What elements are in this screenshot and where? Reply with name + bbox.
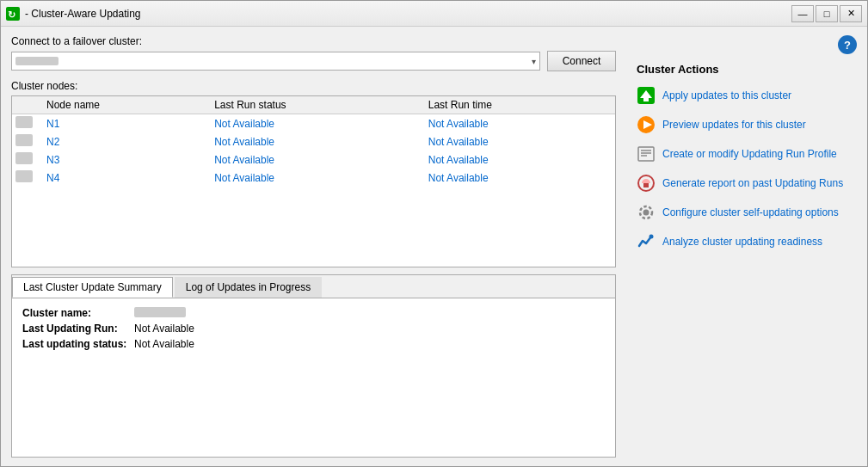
svg-point-12 <box>643 210 649 216</box>
col-node-name: Node name <box>40 96 207 114</box>
minimize-button[interactable]: — <box>791 5 814 22</box>
node-icon-cell <box>12 114 40 133</box>
action-preview-updates[interactable]: Preview updates for this cluster <box>637 115 857 134</box>
bottom-section: Last Cluster Update Summary Log of Updat… <box>11 274 616 458</box>
preview-updates-icon <box>637 115 656 134</box>
generate-report-icon <box>637 174 656 193</box>
action-modify-profile[interactable]: Create or modify Updating Run Profile <box>637 144 857 163</box>
node-last-run-time: Not Available <box>422 151 615 169</box>
node-last-run-status: Not Available <box>207 151 422 169</box>
table-row: N3 Not Available Not Available <box>12 151 615 169</box>
svg-rect-6 <box>638 147 654 161</box>
analyze-icon <box>637 232 656 251</box>
apply-updates-label: Apply updates to this cluster <box>662 89 791 101</box>
connect-button[interactable]: Connect <box>547 51 616 71</box>
node-icon-cell <box>12 169 40 187</box>
tab-content-summary: Cluster name: Last Updating Run: Not Ava… <box>12 298 615 457</box>
node-last-run-time: Not Available <box>422 169 615 187</box>
window-title: - Cluster-Aware Updating <box>25 8 791 20</box>
title-bar: ↻ - Cluster-Aware Updating — □ ✕ <box>1 1 867 27</box>
left-panel: Connect to a failover cluster: Connect C… <box>1 27 626 466</box>
node-icon-cell <box>12 132 40 151</box>
tab-log-of-updates[interactable]: Log of Updates in Progress <box>175 277 322 298</box>
svg-text:↻: ↻ <box>8 9 15 20</box>
last-updating-run-label: Last Updating Run: <box>22 323 134 335</box>
col-last-run-status: Last Run status <box>207 96 422 114</box>
last-updating-status-label: Last updating status: <box>22 338 134 350</box>
col-last-run-time: Last Run time <box>422 96 615 114</box>
dropdown-icon <box>15 57 58 65</box>
table-row: N4 Not Available Not Available <box>12 169 615 187</box>
maximize-button[interactable]: □ <box>816 5 838 22</box>
node-icon <box>15 170 33 182</box>
last-updating-status-value: Not Available <box>134 338 194 350</box>
node-icon <box>15 152 33 164</box>
generate-report-label: Generate report on past Updating Runs <box>662 177 843 189</box>
table-row: N1 Not Available Not Available <box>12 114 615 133</box>
right-panel: ? Cluster Actions Apply updates to this … <box>626 27 867 466</box>
nodes-table: Node name Last Run status Last Run time … <box>12 96 615 187</box>
nodes-table-wrapper: Node name Last Run status Last Run time … <box>11 95 616 267</box>
node-name[interactable]: N1 <box>40 114 207 133</box>
summary-last-updating-run-row: Last Updating Run: Not Available <box>22 323 605 335</box>
window-controls: — □ ✕ <box>791 5 862 22</box>
node-icon-cell <box>12 151 40 169</box>
modify-profile-label: Create or modify Updating Run Profile <box>662 148 837 160</box>
summary-last-updating-status-row: Last updating status: Not Available <box>22 338 605 350</box>
content-area: Connect to a failover cluster: Connect C… <box>1 27 867 466</box>
action-apply-updates[interactable]: Apply updates to this cluster <box>637 86 857 105</box>
node-last-run-time: Not Available <box>422 114 615 133</box>
node-last-run-status: Not Available <box>207 114 422 133</box>
app-icon: ↻ <box>6 7 20 21</box>
svg-rect-11 <box>643 183 649 187</box>
action-configure-self-updating[interactable]: Configure cluster self-updating options <box>637 203 857 222</box>
col-icon <box>12 96 40 114</box>
right-header: ? <box>637 35 857 54</box>
analyze-readiness-label: Analyze cluster updating readiness <box>662 236 822 248</box>
configure-self-updating-label: Configure cluster self-updating options <box>662 206 839 218</box>
node-name[interactable]: N3 <box>40 151 207 169</box>
node-icon <box>15 116 33 128</box>
help-icon[interactable]: ? <box>838 35 857 54</box>
cluster-nodes-label: Cluster nodes: <box>11 80 616 92</box>
main-window: ↻ - Cluster-Aware Updating — □ ✕ Connect… <box>0 0 868 467</box>
connect-row: Connect <box>11 51 616 71</box>
cluster-name-value <box>134 307 186 317</box>
last-updating-run-value: Not Available <box>134 323 194 335</box>
close-button[interactable]: ✕ <box>840 5 862 22</box>
cluster-dropdown[interactable] <box>11 52 540 71</box>
connect-label: Connect to a failover cluster: <box>11 35 616 47</box>
action-generate-report[interactable]: Generate report on past Updating Runs <box>637 174 857 193</box>
node-name[interactable]: N2 <box>40 132 207 151</box>
modify-profile-icon <box>637 144 656 163</box>
cluster-name-label: Cluster name: <box>22 307 134 319</box>
tab-last-cluster-update-summary[interactable]: Last Cluster Update Summary <box>12 277 173 298</box>
table-header-row: Node name Last Run status Last Run time <box>12 96 615 114</box>
svg-point-14 <box>649 235 654 239</box>
tabs-row: Last Cluster Update Summary Log of Updat… <box>12 275 615 298</box>
cluster-actions-title: Cluster Actions <box>637 63 857 76</box>
summary-cluster-name-row: Cluster name: <box>22 307 605 319</box>
apply-updates-icon <box>637 86 656 105</box>
action-analyze-readiness[interactable]: Analyze cluster updating readiness <box>637 232 857 251</box>
node-last-run-status: Not Available <box>207 169 422 187</box>
node-icon <box>15 134 33 146</box>
node-last-run-time: Not Available <box>422 132 615 151</box>
configure-icon <box>637 203 656 222</box>
preview-updates-label: Preview updates for this cluster <box>662 119 806 131</box>
node-last-run-status: Not Available <box>207 132 422 151</box>
table-row: N2 Not Available Not Available <box>12 132 615 151</box>
node-name[interactable]: N4 <box>40 169 207 187</box>
